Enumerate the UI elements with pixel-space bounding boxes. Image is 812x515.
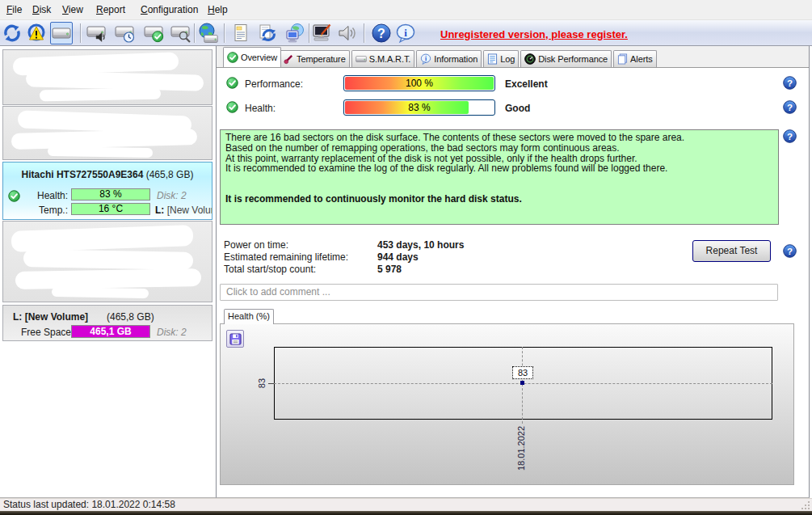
tab-alerts[interactable]: Alerts [613, 50, 657, 67]
smart-icon [356, 53, 367, 65]
disk-clock-icon[interactable] [115, 23, 136, 44]
health-rating: Good [505, 103, 530, 114]
overview-check-icon [227, 52, 238, 63]
performance-ok-icon [226, 77, 238, 89]
free-space-label: Free Space [21, 327, 71, 338]
info-balloon-icon[interactable]: i [395, 23, 416, 44]
tab-strip: Overview Temperature S.M.A.R.T. [217, 46, 809, 68]
status-message-box: There are 16 bad sectors on the disk sur… [220, 129, 779, 225]
tab-disk-performance[interactable]: Disk Performance [520, 50, 612, 67]
health-value: 83 % [344, 102, 494, 113]
main-panel: Overview Temperature S.M.A.R.T. [217, 46, 810, 498]
menu-view[interactable]: View [62, 4, 83, 15]
performance-help-icon[interactable] [783, 76, 797, 90]
message-line: There are 16 bad sectors on the disk sur… [225, 133, 773, 143]
toolbar-separator [194, 23, 195, 43]
tab-information[interactable]: i Information [416, 50, 482, 67]
information-icon: i [420, 53, 431, 65]
disk-item-redacted-3[interactable] [2, 221, 212, 302]
svg-text:i: i [425, 55, 427, 62]
status-text: Status last updated: 18.01.2022 0:14:58 [3, 499, 175, 510]
disk-item-selected[interactable]: Hitachi HTS727550A9E364 (465,8 GB) Healt… [2, 162, 212, 220]
chart-data-point [520, 381, 524, 385]
health-bar: 83 % [343, 99, 495, 116]
disk-volume-label: L: [New Volume] [155, 205, 212, 216]
chart-vgrid-line [522, 347, 523, 424]
start-stop-count-label: Total start/stop count: [224, 264, 316, 275]
health-ok-icon [226, 101, 238, 113]
performance-bar: 100 % [343, 75, 495, 91]
disk-size: (465,8 GB) [146, 169, 194, 180]
disk-number-label: Disk: 2 [157, 190, 187, 201]
chart-tab-health[interactable]: Health (%) [224, 309, 274, 324]
performance-rating: Excellent [505, 78, 548, 90]
disk-ok-icon [8, 190, 20, 202]
disk-item-redacted-2[interactable] [2, 106, 212, 160]
sidebar-temp-bar: 16 °C [71, 203, 150, 215]
volume-name: L: [New Volume] [13, 311, 88, 323]
network-icon[interactable] [284, 23, 305, 44]
report-icon[interactable] [230, 23, 251, 44]
health-label: Health: [26, 190, 68, 201]
chart-point-annotation: 83 [512, 366, 533, 379]
help-icon[interactable]: ? [371, 23, 392, 44]
volume-size: (465,8 GB) [107, 311, 154, 323]
menu-configuration[interactable]: Configuration [141, 4, 198, 15]
disk-sound-icon[interactable] [86, 23, 107, 44]
remaining-lifetime-value: 944 days [377, 251, 419, 263]
power-on-time-value: 453 days, 10 hours [377, 239, 464, 251]
disk-performance-icon [524, 53, 536, 65]
temp-label: Temp.: [26, 205, 68, 216]
window-bottom-edge [0, 511, 812, 515]
toolbar-separator [364, 23, 364, 43]
chart-x-tick-label: 18.01.2022 [516, 422, 528, 471]
disk-check-icon[interactable] [144, 23, 165, 44]
health-help-icon[interactable] [783, 100, 797, 114]
globe-disk-icon[interactable] [197, 23, 218, 44]
comment-input[interactable]: Click to add comment ... [220, 284, 778, 301]
message-help-icon[interactable] [783, 129, 797, 143]
message-line: Based on the number of remapping operati… [225, 143, 773, 154]
app-window: ? File Disk View Report Configuration He… [0, 0, 812, 515]
chart-y-tick [268, 383, 274, 384]
refresh-icon[interactable] [2, 23, 23, 44]
monitor-pen-icon[interactable] [312, 23, 333, 44]
sidebar-health-bar: 83 % [71, 188, 150, 201]
save-chart-button[interactable] [226, 330, 244, 348]
toolbar: ? i Unregistered version, please registe… [0, 20, 812, 46]
register-link[interactable]: Unregistered version, please register. [440, 28, 628, 40]
disk-overview-icon[interactable] [51, 23, 72, 44]
chart-y-tick-label: 83 [257, 375, 268, 391]
menu-help[interactable]: Help [208, 4, 228, 15]
resize-grip[interactable] [801, 500, 810, 510]
volume-item[interactable]: L: [New Volume] (465,8 GB) Free Space 46… [2, 305, 212, 341]
speaker-icon[interactable] [337, 23, 358, 44]
disk-item-redacted-1[interactable] [2, 49, 212, 105]
toolbar-separator [309, 23, 309, 43]
volume-disk-label: Disk: 2 [157, 327, 187, 338]
sidebar-disk-list: Hitachi HTS727550A9E364 (465,8 GB) Healt… [0, 46, 217, 498]
tab-smart[interactable]: S.M.A.R.T. [351, 50, 415, 67]
svg-text:?: ? [377, 27, 385, 40]
disk-search-icon[interactable] [170, 23, 191, 44]
alerts-icon [617, 53, 628, 65]
warning-status-icon[interactable] [26, 23, 47, 44]
menu-file[interactable]: File [6, 4, 22, 15]
save-icon [229, 333, 242, 345]
sync-icon[interactable] [257, 23, 278, 44]
toolbar-separator [224, 23, 225, 43]
tab-temperature[interactable]: Temperature [280, 50, 350, 67]
remaining-lifetime-label: Estimated remaining lifetime: [224, 251, 348, 263]
temperature-icon [284, 54, 294, 65]
menu-report[interactable]: Report [96, 4, 125, 15]
start-stop-count-value: 5 978 [377, 264, 402, 275]
message-line: It is recommended to examine the log of … [225, 163, 773, 174]
power-on-time-label: Power on time: [224, 239, 288, 251]
menu-bar: File Disk View Report Configuration Help [0, 0, 812, 20]
repeat-test-help-icon[interactable] [783, 244, 797, 258]
repeat-test-button[interactable]: Repeat Test [692, 240, 771, 262]
free-space-bar: 465,1 GB [71, 325, 150, 338]
menu-disk[interactable]: Disk [32, 4, 51, 15]
tab-overview[interactable]: Overview [223, 47, 281, 67]
tab-log[interactable]: Log [483, 50, 519, 67]
